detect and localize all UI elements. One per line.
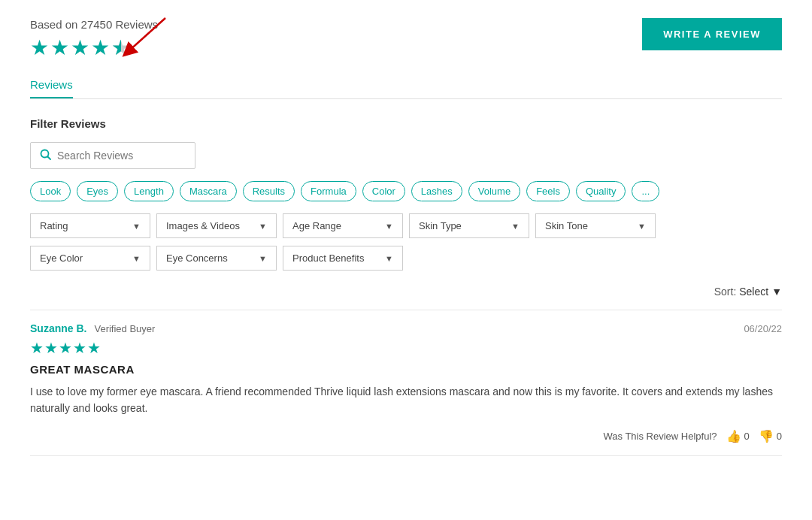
thumbs-up-count: 0 [744,431,750,442]
tabs-row: Reviews [30,72,782,99]
search-icon [40,149,51,162]
filter-section: Filter Reviews Look Eyes Length Mascara … [30,117,782,271]
sort-row: Sort: Select ▼ [30,286,782,298]
filter-title: Filter Reviews [30,117,782,130]
tag-eyes[interactable]: Eyes [77,181,118,201]
dropdown-skin-type[interactable]: Skin Type ▼ [409,213,529,238]
review-star-3: ★ [59,339,72,357]
chevron-down-icon: ▼ [638,222,646,231]
reviewer-info: Suzanne B. Verified Buyer [30,322,155,334]
star-2: ★ [50,35,69,60]
review-item: Suzanne B. Verified Buyer 06/20/22 ★ ★ ★… [30,322,782,443]
page-container: Based on 27450 Reviews ★ ★ ★ ★ WRITE A R… [0,0,812,486]
tag-more[interactable]: ... [632,181,659,201]
review-header: Suzanne B. Verified Buyer 06/20/22 [30,322,782,334]
dropdown-eye-concerns[interactable]: Eye Concerns ▼ [156,246,277,271]
sort-label: Sort: [714,286,737,298]
thumbs-up-button[interactable]: 👍 0 [726,429,750,443]
tag-mascara[interactable]: Mascara [180,181,237,201]
thumbs-down-icon: 👎 [759,429,774,443]
review-date: 06/20/22 [744,323,782,334]
star-4: ★ [91,35,110,60]
chevron-down-icon: ▼ [511,222,520,231]
tag-color[interactable]: Color [362,181,405,201]
review-star-4: ★ [73,339,86,357]
tags-row: Look Eyes Length Mascara Results Formula… [30,181,782,201]
tag-volume[interactable]: Volume [468,181,520,201]
tag-results[interactable]: Results [243,181,295,201]
verified-badge: Verified Buyer [94,323,155,334]
write-review-button[interactable]: WRITE A REVIEW [642,18,782,50]
sort-select[interactable]: Select ▼ [739,286,782,298]
dropdown-images-videos[interactable]: Images & Videos ▼ [156,213,277,238]
thumbs-down-count: 0 [777,431,782,442]
rating-summary: Based on 27450 Reviews ★ ★ ★ ★ [30,18,158,60]
tag-lashes[interactable]: Lashes [411,181,462,201]
chevron-down-icon: ▼ [132,222,141,231]
review-star-5: ★ [87,339,101,357]
thumbs-down-button[interactable]: 👎 0 [759,429,782,443]
svg-line-2 [48,157,51,160]
tab-reviews[interactable]: Reviews [30,72,73,98]
chevron-down-icon: ▼ [132,254,141,263]
divider-bottom [30,455,782,456]
tag-length[interactable]: Length [124,181,174,201]
review-title: GREAT MASCARA [30,363,782,376]
star-3: ★ [71,35,89,60]
tag-feels[interactable]: Feels [526,181,570,201]
chevron-down-icon: ▼ [771,286,782,298]
chevron-down-icon: ▼ [259,222,267,231]
dropdowns-row-1: Rating ▼ Images & Videos ▼ Age Range ▼ S… [30,213,782,238]
svg-line-0 [128,18,165,52]
divider-top [30,310,782,310]
tag-formula[interactable]: Formula [301,181,356,201]
thumbs-up-icon: 👍 [726,429,741,443]
search-box[interactable] [30,142,195,169]
header-section: Based on 27450 Reviews ★ ★ ★ ★ WRITE A R… [30,18,782,60]
chevron-down-icon: ▼ [259,254,267,263]
review-body: I use to love my former eye mascara. A f… [30,383,782,417]
tag-quality[interactable]: Quality [576,181,626,201]
helpful-row: Was This Review Helpful? 👍 0 👎 0 [30,429,782,443]
review-star-2: ★ [44,339,58,357]
annotation-arrow [120,11,173,63]
review-star-1: ★ [30,339,44,357]
helpful-label: Was This Review Helpful? [604,431,717,442]
tag-look[interactable]: Look [30,181,71,201]
dropdown-product-benefits[interactable]: Product Benefits ▼ [283,246,403,271]
chevron-down-icon: ▼ [385,222,393,231]
chevron-down-icon: ▼ [385,254,393,263]
star-1: ★ [30,35,49,60]
dropdown-eye-color[interactable]: Eye Color ▼ [30,246,150,271]
dropdown-rating[interactable]: Rating ▼ [30,213,150,238]
reviewer-name: Suzanne B. [30,322,86,334]
search-input[interactable] [57,150,186,162]
dropdowns-row-2: Eye Color ▼ Eye Concerns ▼ Product Benef… [30,246,782,271]
dropdown-skin-tone[interactable]: Skin Tone ▼ [535,213,656,238]
dropdown-age-range[interactable]: Age Range ▼ [283,213,403,238]
review-stars: ★ ★ ★ ★ ★ [30,339,782,357]
